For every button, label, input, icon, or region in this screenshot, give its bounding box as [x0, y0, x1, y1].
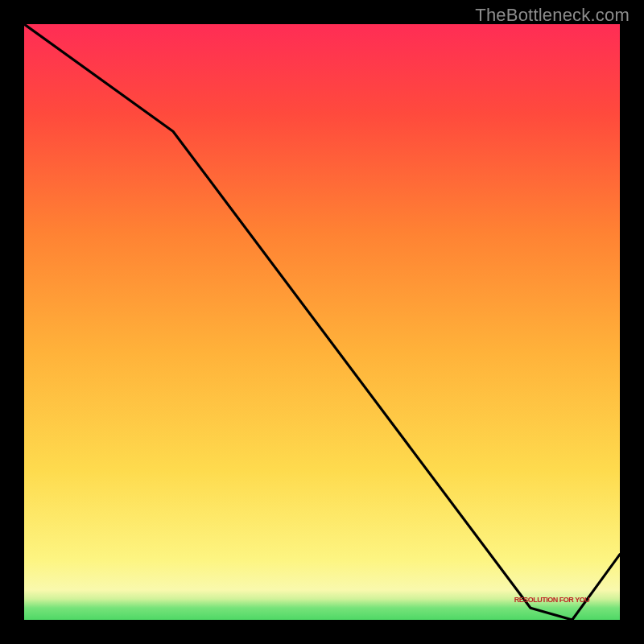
watermark-text: TheBottleneck.com: [475, 5, 630, 26]
optimal-resolution-annotation: RESOLUTION FOR YOU: [514, 596, 589, 604]
chart-svg: [24, 24, 620, 620]
plot-area: RESOLUTION FOR YOU: [24, 24, 620, 620]
chart-background-gradient: [24, 24, 620, 620]
chart-frame: TheBottleneck.com RESOLUTION FOR YOU: [0, 0, 644, 644]
